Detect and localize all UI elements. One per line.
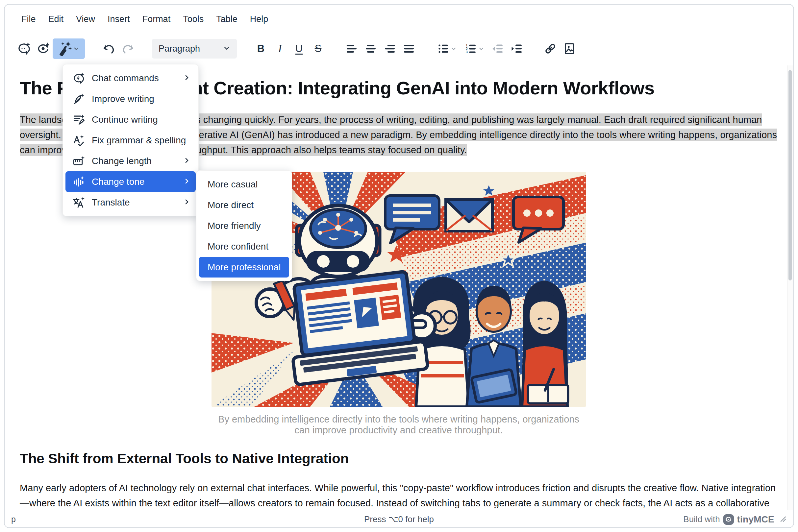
- numbered-list-icon: 123: [464, 42, 478, 56]
- undo-button[interactable]: [99, 38, 118, 59]
- justify-button[interactable]: [399, 38, 419, 59]
- menu-item-label: Change length: [92, 156, 152, 166]
- menu-item-chat-commands[interactable]: Chat commands: [66, 68, 196, 89]
- submenu-item-label: More direct: [207, 200, 254, 210]
- menubar: File Edit View Insert Format Tools Table…: [16, 12, 273, 26]
- resize-handle-icon[interactable]: [779, 515, 787, 524]
- menu-item-continue-writing[interactable]: Continue writing: [66, 109, 196, 130]
- submenu-item-label: More casual: [207, 179, 258, 190]
- change-length-icon: [72, 154, 85, 168]
- person-woman-writing: [521, 281, 569, 407]
- image-icon: [562, 41, 577, 56]
- ai-chat-button[interactable]: [15, 38, 34, 59]
- align-center-button[interactable]: [361, 38, 380, 59]
- menu-item-change-length[interactable]: Change length: [66, 151, 196, 171]
- menu-item-label: Translate: [92, 197, 130, 208]
- menu-item-improve-writing[interactable]: Improve writing: [66, 89, 196, 109]
- menu-insert[interactable]: Insert: [103, 12, 135, 26]
- italic-label: I: [278, 43, 282, 55]
- submenu-arrow-icon: [183, 176, 190, 187]
- svg-text:1: 1: [466, 43, 468, 47]
- document-paragraph2: Many early adopters of AI technology rel…: [20, 480, 778, 511]
- toolbar: Paragraph B I U S: [15, 37, 783, 60]
- align-left-icon: [345, 42, 358, 56]
- change-tone-icon: [72, 175, 85, 188]
- bold-button[interactable]: B: [251, 38, 271, 59]
- submenu-item-label: More friendly: [207, 221, 261, 231]
- chat-commands-icon: [72, 72, 85, 85]
- menu-item-translate[interactable]: Translate: [66, 192, 196, 213]
- svg-text:3: 3: [466, 50, 468, 54]
- menu-edit[interactable]: Edit: [43, 12, 69, 26]
- paragraph-format-select[interactable]: Paragraph: [152, 39, 237, 58]
- align-right-icon: [383, 42, 397, 56]
- chevron-down-icon: [450, 45, 457, 52]
- menu-item-label: Continue writing: [92, 114, 158, 125]
- submenu-item-label: More confident: [207, 241, 268, 252]
- submenu-item-more-direct[interactable]: More direct: [199, 195, 289, 215]
- align-right-button[interactable]: [380, 38, 399, 59]
- paragraph-format-value: Paragraph: [159, 44, 200, 54]
- document-heading2: The Shift from External Tools to Native …: [20, 451, 778, 467]
- underline-label: U: [295, 43, 303, 55]
- menu-format[interactable]: Format: [137, 12, 175, 26]
- ai-shortcuts-button[interactable]: [34, 38, 53, 59]
- branding-prefix: Build with: [683, 514, 720, 525]
- submenu-arrow-icon: [183, 73, 190, 83]
- menu-item-fix-grammar[interactable]: Fix grammar & spelling: [66, 130, 196, 151]
- indent-icon: [510, 42, 524, 56]
- bullet-list-button[interactable]: [433, 38, 461, 59]
- italic-button[interactable]: I: [271, 38, 290, 59]
- chevron-down-icon: [73, 45, 80, 52]
- branding[interactable]: Build with tinyMCE: [683, 514, 774, 525]
- justify-icon: [402, 42, 416, 56]
- submenu-item-more-professional[interactable]: More professional: [199, 257, 289, 278]
- status-bar: p Press ⌥0 for help Build with tinyMCE: [5, 511, 793, 527]
- chevron-down-icon: [478, 45, 484, 52]
- scrollbar-track[interactable]: [787, 65, 793, 510]
- tinymce-logo-icon: [723, 514, 734, 525]
- submenu-item-label: More professional: [207, 262, 281, 272]
- align-center-icon: [364, 42, 378, 56]
- submenu-item-more-friendly[interactable]: More friendly: [199, 215, 289, 236]
- menu-tools[interactable]: Tools: [178, 12, 208, 26]
- numbered-list-button[interactable]: 123: [461, 38, 488, 59]
- strikethrough-button[interactable]: S: [309, 38, 328, 59]
- improve-writing-icon: [72, 92, 85, 106]
- svg-text:2: 2: [466, 47, 468, 51]
- outdent-icon: [491, 42, 505, 56]
- menu-item-label: Improve writing: [92, 94, 154, 104]
- scrollbar-thumb[interactable]: [788, 70, 792, 281]
- outdent-button[interactable]: [488, 38, 507, 59]
- menu-view[interactable]: View: [71, 12, 100, 26]
- element-path[interactable]: p: [11, 515, 16, 524]
- fix-grammar-icon: [72, 134, 85, 147]
- menu-file[interactable]: File: [16, 12, 41, 26]
- menu-table[interactable]: Table: [211, 12, 242, 26]
- magic-wand-icon: [58, 41, 73, 56]
- strikethrough-label: S: [315, 43, 322, 55]
- menu-item-label: Fix grammar & spelling: [92, 135, 186, 146]
- submenu-item-more-casual[interactable]: More casual: [199, 174, 289, 195]
- submenu-item-more-confident[interactable]: More confident: [199, 236, 289, 257]
- submenu-arrow-icon: [183, 156, 190, 166]
- bold-label: B: [257, 43, 264, 55]
- redo-button[interactable]: [118, 38, 137, 59]
- chevron-down-icon: [223, 44, 230, 53]
- ai-wand-button[interactable]: [53, 38, 85, 59]
- help-shortcut-text: Press ⌥0 for help: [364, 514, 434, 525]
- continue-writing-icon: [72, 113, 85, 126]
- ai-dropdown-menu: Chat commands Improve writing: [62, 64, 199, 216]
- image-button[interactable]: [560, 38, 579, 59]
- underline-button[interactable]: U: [290, 38, 309, 59]
- envelope-icon-art: [446, 200, 493, 231]
- laptop: [284, 270, 428, 385]
- align-left-button[interactable]: [342, 38, 361, 59]
- menu-item-change-tone[interactable]: Change tone: [66, 171, 196, 192]
- translate-icon: [72, 196, 85, 209]
- link-button[interactable]: [541, 38, 560, 59]
- menu-item-label: Chat commands: [92, 73, 159, 83]
- submenu-arrow-icon: [183, 197, 190, 208]
- indent-button[interactable]: [507, 38, 526, 59]
- menu-help[interactable]: Help: [245, 12, 273, 26]
